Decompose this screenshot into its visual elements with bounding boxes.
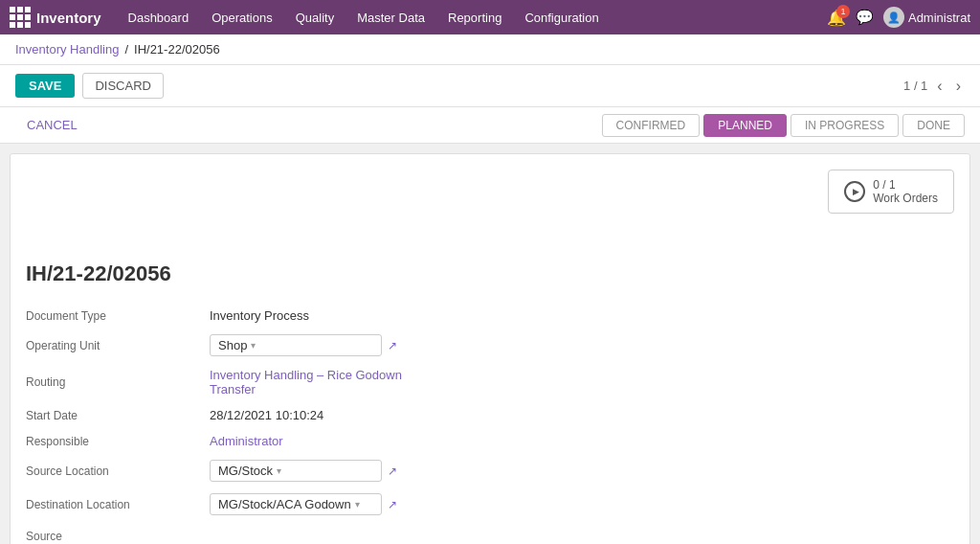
document-title: IH/21-22/02056	[26, 261, 954, 286]
source-field[interactable]	[210, 527, 382, 544]
responsible-label: Responsible	[26, 431, 198, 451]
prev-button[interactable]: ‹	[933, 78, 946, 95]
next-button[interactable]: ›	[952, 78, 965, 95]
work-orders-count: 0 / 1	[873, 178, 938, 192]
document-form: Document Type Inventory Process Operatin…	[26, 306, 523, 544]
status-in-progress[interactable]: IN PROGRESS	[791, 114, 899, 137]
menu-reporting[interactable]: Reporting	[438, 5, 511, 31]
status-confirmed[interactable]: CONFIRMED	[602, 114, 701, 137]
source-label: Source	[26, 524, 198, 544]
menu-dashboard[interactable]: Dashboard	[119, 5, 199, 31]
notification-bell[interactable]: 🔔 1	[827, 9, 846, 27]
discard-button[interactable]: DISCARD	[82, 73, 164, 99]
source-location-select[interactable]: MG/Stock ▾	[210, 460, 382, 482]
source-input	[210, 524, 523, 544]
start-date-label: Start Date	[26, 405, 198, 425]
breadcrumb-parent[interactable]: Inventory Handling	[15, 42, 119, 57]
breadcrumb-separator: /	[124, 42, 128, 57]
pagination-label: 1 / 1	[903, 79, 927, 93]
routing-text: Inventory Handling – Rice Godown	[210, 368, 402, 382]
play-icon	[844, 181, 865, 202]
operating-unit-extlink[interactable]: ↗	[388, 339, 397, 352]
source-location-extlink[interactable]: ↗	[388, 465, 397, 478]
work-orders-label: Work Orders	[873, 192, 938, 205]
status-bar: CANCEL CONFIRMED PLANNED IN PROGRESS DON…	[0, 107, 980, 144]
top-menu: Dashboard Operations Quality Master Data…	[119, 5, 609, 31]
grid-icon	[10, 7, 31, 28]
document-type-value: Inventory Process	[210, 306, 523, 326]
operating-unit-value: Shop ▾ ↗	[210, 331, 523, 359]
main-content: 0 / 1 Work Orders IH/21-22/02056 Documen…	[10, 153, 970, 544]
menu-master-data[interactable]: Master Data	[347, 5, 434, 31]
routing-label: Routing	[26, 365, 198, 399]
save-button[interactable]: SAVE	[15, 74, 75, 98]
status-planned[interactable]: PLANNED	[703, 114, 787, 137]
action-toolbar: SAVE DISCARD 1 / 1 ‹ ›	[0, 65, 980, 107]
destination-location-label: Destination Location	[26, 490, 198, 518]
pagination: 1 / 1 ‹ ›	[903, 78, 965, 95]
routing-link[interactable]: Transfer	[210, 382, 256, 397]
destination-location-value: MG/Stock/ACA Godown ▾ ↗	[210, 490, 523, 518]
operating-unit-label: Operating Unit	[26, 331, 198, 359]
responsible-value: Administrator	[210, 431, 523, 451]
breadcrumb: Inventory Handling / IH/21-22/02056	[0, 34, 980, 65]
source-location-label: Source Location	[26, 457, 198, 485]
top-right: 🔔 1 💬 👤 Administrat	[827, 7, 970, 28]
breadcrumb-current: IH/21-22/02056	[134, 42, 220, 57]
user-avatar[interactable]: 👤 Administrat	[883, 7, 970, 28]
work-orders-info: 0 / 1 Work Orders	[873, 178, 938, 205]
app-name: Inventory	[36, 10, 101, 26]
operating-unit-select[interactable]: Shop ▾	[210, 334, 382, 356]
menu-quality[interactable]: Quality	[286, 5, 344, 31]
work-orders-box[interactable]: 0 / 1 Work Orders	[828, 170, 954, 214]
notification-count: 1	[836, 5, 850, 18]
source-location-value: MG/Stock ▾ ↗	[210, 457, 523, 485]
menu-operations[interactable]: Operations	[202, 5, 282, 31]
routing-value: Inventory Handling – Rice Godown Transfe…	[210, 365, 523, 399]
user-label: Administrat	[908, 11, 970, 25]
responsible-link[interactable]: Administrator	[210, 434, 283, 448]
destination-location-select[interactable]: MG/Stock/ACA Godown ▾	[210, 493, 382, 515]
destination-location-extlink[interactable]: ↗	[388, 498, 397, 511]
document-type-label: Document Type	[26, 306, 198, 326]
top-navigation: Inventory Dashboard Operations Quality M…	[0, 0, 980, 34]
start-date-value: 28/12/2021 10:10:24	[210, 405, 523, 425]
app-logo[interactable]: Inventory	[10, 7, 101, 28]
status-done[interactable]: DONE	[902, 114, 965, 137]
cancel-button[interactable]: CANCEL	[15, 113, 89, 137]
chat-icon[interactable]: 💬	[856, 9, 874, 26]
menu-configuration[interactable]: Configuration	[515, 5, 608, 31]
